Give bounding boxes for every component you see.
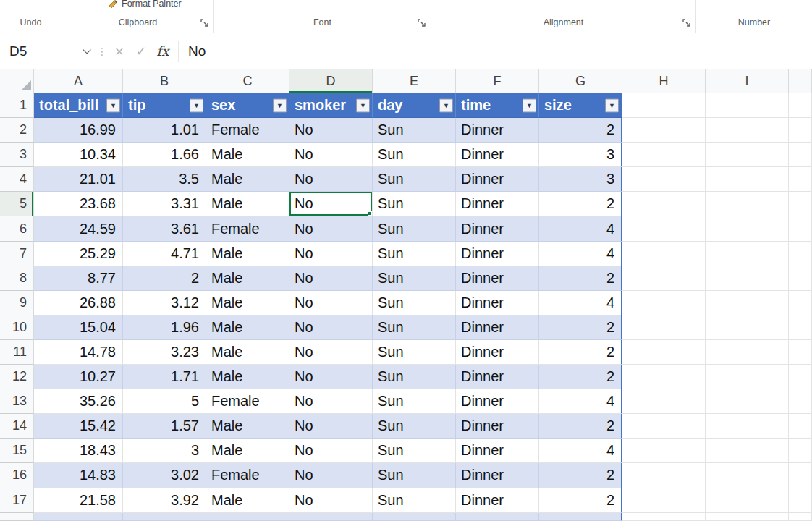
cell-C15[interactable]: Male xyxy=(206,439,289,463)
filter-button-tip[interactable]: ▼ xyxy=(190,98,203,112)
column-header-partial[interactable] xyxy=(789,69,812,93)
cell-J5[interactable] xyxy=(789,192,812,216)
cell-D12[interactable]: No xyxy=(289,365,373,389)
row-header-10[interactable]: 10 xyxy=(0,315,34,340)
cell-A16[interactable]: 14.83 xyxy=(34,463,123,488)
cell-F13[interactable]: Dinner xyxy=(456,389,539,414)
cell-B4[interactable]: 3.5 xyxy=(123,167,206,192)
cell-D11[interactable]: No xyxy=(289,340,373,365)
row-header-16[interactable]: 16 xyxy=(0,463,34,488)
cell-J14[interactable] xyxy=(789,414,812,439)
cell-A8[interactable]: 8.77 xyxy=(34,266,123,291)
table-header-total_bill[interactable]: total_bill▼ xyxy=(34,93,123,118)
cell-F10[interactable]: Dinner xyxy=(456,315,539,340)
column-header-E[interactable]: E xyxy=(373,69,456,93)
cell-J7[interactable] xyxy=(789,242,812,266)
cell-G9[interactable]: 4 xyxy=(539,291,622,315)
cell-E14[interactable]: Sun xyxy=(373,414,456,439)
cell-H8[interactable] xyxy=(622,266,706,291)
cell-I7[interactable] xyxy=(706,242,789,266)
cell-J11[interactable] xyxy=(789,340,812,365)
cell-C7[interactable]: Male xyxy=(206,242,289,266)
row-header-12[interactable]: 12 xyxy=(0,365,34,389)
table-header-smoker[interactable]: smoker▼ xyxy=(289,93,373,118)
cell-B16[interactable]: 3.02 xyxy=(123,463,206,488)
cell-H17[interactable] xyxy=(622,488,706,513)
cancel-button[interactable]: × xyxy=(109,33,130,69)
cell-J16[interactable] xyxy=(789,463,812,488)
row-header-14[interactable]: 14 xyxy=(0,414,34,439)
cell-J13[interactable] xyxy=(789,389,812,414)
cell-E12[interactable]: Sun xyxy=(373,365,456,389)
cell-D4[interactable]: No xyxy=(289,167,373,192)
row-header-13[interactable]: 13 xyxy=(0,389,34,414)
cell-E7[interactable]: Sun xyxy=(373,242,456,266)
cell-B17[interactable]: 3.92 xyxy=(123,488,206,513)
cell-E5[interactable]: Sun xyxy=(373,192,456,216)
row-header-17[interactable]: 17 xyxy=(0,488,34,513)
row-header-9[interactable]: 9 xyxy=(0,291,34,315)
cell-C9[interactable]: Male xyxy=(206,291,289,315)
cell-C8[interactable]: Male xyxy=(206,266,289,291)
cell-H10[interactable] xyxy=(622,315,706,340)
cell-C17[interactable]: Male xyxy=(206,488,289,513)
cell-B7[interactable]: 4.71 xyxy=(123,242,206,266)
cell-D14[interactable]: No xyxy=(289,414,373,439)
column-header-A[interactable]: A xyxy=(34,69,123,93)
cell-F9[interactable]: Dinner xyxy=(456,291,539,315)
cell-C2[interactable]: Female xyxy=(206,118,289,143)
cell-F4[interactable]: Dinner xyxy=(456,167,539,192)
cell-G12[interactable]: 2 xyxy=(539,365,622,389)
cell-A2[interactable]: 16.99 xyxy=(34,118,123,143)
column-header-I[interactable]: I xyxy=(706,69,789,93)
column-header-F[interactable]: F xyxy=(456,69,539,93)
cell-H12[interactable] xyxy=(622,365,706,389)
cell-C5[interactable]: Male xyxy=(206,192,289,216)
column-header-C[interactable]: C xyxy=(206,69,289,93)
cell-F3[interactable]: Dinner xyxy=(456,143,539,167)
cell-B11[interactable]: 3.23 xyxy=(123,340,206,365)
cell-G5[interactable]: 2 xyxy=(539,192,622,216)
row-header-1[interactable]: 1 xyxy=(0,93,34,118)
cell-G15[interactable]: 4 xyxy=(539,439,622,463)
cell-E13[interactable]: Sun xyxy=(373,389,456,414)
cell-I18[interactable] xyxy=(706,513,789,521)
font-dialog-launcher-button[interactable] xyxy=(417,18,427,28)
table-header-day[interactable]: day▼ xyxy=(373,93,456,118)
cell-I13[interactable] xyxy=(706,389,789,414)
cell-B9[interactable]: 3.12 xyxy=(123,291,206,315)
cell-B18[interactable] xyxy=(123,513,206,521)
cell-F2[interactable]: Dinner xyxy=(456,118,539,143)
cell-D5[interactable]: No xyxy=(289,192,373,216)
fill-handle[interactable] xyxy=(368,211,372,216)
cell-A12[interactable]: 10.27 xyxy=(34,365,123,389)
cell-B2[interactable]: 1.01 xyxy=(123,118,206,143)
cell-E18[interactable] xyxy=(373,513,456,521)
cell-B15[interactable]: 3 xyxy=(123,439,206,463)
cell-D13[interactable]: No xyxy=(289,389,373,414)
cell-B3[interactable]: 1.66 xyxy=(123,143,206,167)
row-header-11[interactable]: 11 xyxy=(0,340,34,365)
cell-H7[interactable] xyxy=(622,242,706,266)
cell-H11[interactable] xyxy=(622,340,706,365)
cell-H13[interactable] xyxy=(622,389,706,414)
filter-button-sex[interactable]: ▼ xyxy=(273,98,287,112)
cell-I6[interactable] xyxy=(706,216,789,241)
table-header-tip[interactable]: tip▼ xyxy=(123,93,206,118)
cell-I1[interactable] xyxy=(706,93,789,118)
cell-F15[interactable]: Dinner xyxy=(456,439,539,463)
cell-C14[interactable]: Male xyxy=(206,414,289,439)
cell-F8[interactable]: Dinner xyxy=(456,266,539,291)
row-header-3[interactable]: 3 xyxy=(0,143,34,167)
cell-F14[interactable]: Dinner xyxy=(456,414,539,439)
cell-H4[interactable] xyxy=(622,167,706,192)
cell-J10[interactable] xyxy=(789,315,812,340)
cell-E17[interactable]: Sun xyxy=(373,488,456,513)
cell-H6[interactable] xyxy=(622,216,706,241)
cell-F16[interactable]: Dinner xyxy=(456,463,539,488)
cell-A13[interactable]: 35.26 xyxy=(34,389,123,414)
cell-G6[interactable]: 4 xyxy=(539,216,622,241)
cell-A18[interactable] xyxy=(34,513,123,521)
cell-C11[interactable]: Male xyxy=(206,340,289,365)
cell-H15[interactable] xyxy=(622,439,706,463)
